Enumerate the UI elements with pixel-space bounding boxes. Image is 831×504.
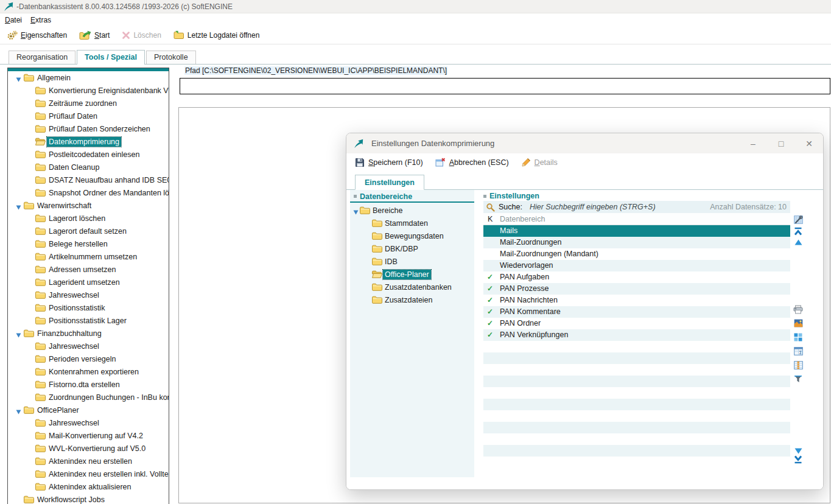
- table-row[interactable]: Mails: [483, 225, 790, 237]
- search-row[interactable]: Suche: Hier Suchbegriff eingeben (STRG+S…: [483, 201, 790, 213]
- dialog-button-abbrechen-esc-[interactable]: Abbrechen (ESC): [435, 158, 509, 167]
- table-row[interactable]: ✓PAN Aufgaben: [483, 271, 790, 283]
- chart-icon[interactable]: [793, 318, 803, 328]
- delete-x-icon: [122, 31, 130, 40]
- tree-item[interactable]: WVL-Konvertierung auf V5.0: [8, 442, 169, 455]
- tree-item[interactable]: Kontenrahmen exportieren: [8, 365, 169, 378]
- minimize-button[interactable]: –: [748, 139, 759, 149]
- column-table-icon[interactable]: [793, 360, 803, 370]
- tree-item[interactable]: Lagerort default setzen: [8, 225, 169, 237]
- datenbereich-tree-label: IDB: [383, 257, 399, 267]
- square-bullet-icon: [483, 195, 486, 198]
- dialog-button-speichern-f10-[interactable]: Speichern (F10): [355, 158, 423, 167]
- menu-item-extras[interactable]: Extras: [30, 16, 51, 24]
- expand-arrow-icon[interactable]: [16, 203, 21, 212]
- dialog-button-details[interactable]: Details: [521, 158, 558, 167]
- check-icon: ✓: [487, 273, 493, 281]
- tab-einstellungen[interactable]: Einstellungen: [355, 175, 424, 190]
- expand-arrow-icon[interactable]: [16, 408, 21, 416]
- folder-icon: [35, 99, 46, 109]
- tree-item[interactable]: Positionsstatistik Lager: [8, 314, 169, 327]
- datenbereich-tree-label: Stammdaten: [383, 219, 430, 228]
- tree-item[interactable]: Mail-Konvertierung auf V4.2: [8, 429, 169, 442]
- tree-item[interactable]: Konvertierung Ereignisdatenbank V59 -> V: [8, 84, 169, 97]
- toolbar-button-letzte-logdatei-ffnen[interactable]: Letzte Logdatei öffnen: [174, 30, 260, 40]
- tree-item[interactable]: Artikelnummern umsetzen: [8, 250, 169, 263]
- tree-item[interactable]: Fistorno.dta erstellen: [8, 378, 169, 391]
- datenbereich-tree-item[interactable]: DBK/DBP: [350, 242, 474, 255]
- dialog-body: Datenbereiche BereicheStammdatenBewegung…: [346, 190, 823, 490]
- table-row[interactable]: ✓PAN Nachrichten: [483, 295, 790, 306]
- table-row[interactable]: ✓PAN Prozesse: [483, 283, 790, 295]
- tree-item[interactable]: Aktenindex neu erstellen: [8, 455, 169, 467]
- filter-icon[interactable]: [793, 374, 803, 383]
- tree-item[interactable]: Lagerident umsetzen: [8, 276, 169, 289]
- datenbereich-tree-item[interactable]: Stammdaten: [350, 217, 474, 229]
- table-row[interactable]: Wiedervorlagen: [483, 260, 790, 271]
- scroll-top-icon[interactable]: [793, 226, 803, 236]
- tree-item[interactable]: Jahreswechsel: [8, 289, 169, 301]
- datenbereich-tree-item[interactable]: Bereiche: [350, 204, 474, 217]
- tree-item[interactable]: Aktenindex neu erstellen inkl. Volltext: [8, 467, 169, 480]
- maximize-button[interactable]: □: [776, 139, 787, 149]
- datenbereich-tree-item[interactable]: Zusatzdateien: [350, 293, 474, 306]
- tree-item[interactable]: Positionsstatistik: [8, 301, 169, 314]
- tree-item[interactable]: Warenwirtschaft: [8, 199, 169, 212]
- tree-item[interactable]: Zeiträume zuordnen: [8, 97, 169, 110]
- tab-protokolle[interactable]: Protokolle: [146, 51, 196, 64]
- pfad-input[interactable]: [180, 78, 830, 94]
- tree-item[interactable]: OfficePlaner: [8, 404, 169, 416]
- dialog-titlebar[interactable]: Einstellungen Datenkomprimierung –□✕: [346, 133, 823, 153]
- tree-item[interactable]: Belege herstellen: [8, 237, 169, 250]
- tree-item[interactable]: Datenkomprimierung: [8, 135, 169, 148]
- tab-reorganisation[interactable]: Reorganisation: [9, 51, 75, 64]
- toolbar-button-eigenschaften[interactable]: Eigenschaften: [7, 30, 67, 40]
- toolbar-button-start[interactable]: Start: [79, 30, 110, 40]
- datenbereich-tree-item[interactable]: Office-Planer: [350, 268, 474, 281]
- tree-item-label: Snapshot Ordner des Mandanten löschen: [47, 188, 169, 198]
- tree-item[interactable]: Finanzbuchhaltung: [8, 327, 169, 340]
- tree-item[interactable]: Snapshot Ordner des Mandanten löschen: [8, 186, 169, 199]
- scroll-bottom-icon[interactable]: [793, 455, 803, 464]
- table-row[interactable]: ✓PAN Verknüpfungen: [483, 329, 790, 341]
- expand-arrow-icon[interactable]: [353, 208, 359, 217]
- expand-arrow-icon[interactable]: [16, 331, 21, 340]
- folder-icon: [35, 150, 46, 160]
- up-icon[interactable]: [793, 237, 803, 247]
- tree-item[interactable]: Zuordnungen Buchungen - InBu korrigieren: [8, 391, 169, 404]
- tree-item[interactable]: Prüflauf Daten Sonderzeichen: [8, 122, 169, 135]
- table-settings-icon[interactable]: [793, 215, 803, 225]
- tree-item[interactable]: Adressen umsetzen: [8, 263, 169, 276]
- tree-item-label: Prüflauf Daten: [47, 111, 99, 121]
- list-header-row[interactable]: K Datenbereich: [483, 213, 790, 225]
- column-header-k: K: [488, 215, 493, 223]
- tree-item[interactable]: Aktenindex aktualisieren: [8, 480, 169, 493]
- tree-item[interactable]: Prüflauf Daten: [8, 110, 169, 122]
- datenbereich-tree-item[interactable]: IDB: [350, 255, 474, 268]
- table-row[interactable]: Mail-Zuordnungen: [483, 237, 790, 248]
- datenbereich-tree-item[interactable]: Zusatzdatenbanken: [350, 281, 474, 293]
- datenbereich-tree-item[interactable]: Bewegungsdaten: [350, 229, 474, 242]
- tree-item[interactable]: Perioden versiegeln: [8, 352, 169, 365]
- tiles-icon[interactable]: [793, 332, 803, 342]
- tree-item[interactable]: Postleitcodedaten einlesen: [8, 148, 169, 161]
- tree-item[interactable]: Daten Cleanup: [8, 161, 169, 173]
- tree-item-label: Warenwirtschaft: [35, 201, 93, 211]
- table-row[interactable]: Mail-Zuordnungen (Mandant): [483, 248, 790, 260]
- menu-item-datei[interactable]: Datei: [5, 16, 22, 24]
- tree-item[interactable]: Jahreswechsel: [8, 416, 169, 429]
- table-row[interactable]: ✓PAN Ordner: [483, 318, 790, 329]
- expand-arrow-icon[interactable]: [16, 75, 21, 84]
- tree-item[interactable]: Allgemein: [8, 71, 169, 84]
- printer-icon[interactable]: [793, 304, 803, 314]
- toolbar-button-l-schen[interactable]: Löschen: [122, 31, 161, 40]
- tree-item[interactable]: DSATZ Neuaufbau anhand IDB SE0218: [8, 173, 169, 186]
- tree-item[interactable]: Workflowscript Jobs: [8, 493, 169, 504]
- row-label: PAN Prozesse: [500, 284, 549, 293]
- tab-tools-spezial[interactable]: Tools / Spezial: [77, 50, 145, 65]
- close-button[interactable]: ✕: [804, 139, 815, 149]
- tree-item[interactable]: Jahreswechsel: [8, 340, 169, 352]
- sum-table-icon[interactable]: Σ: [793, 346, 803, 356]
- table-row[interactable]: ✓PAN Kommentare: [483, 306, 790, 318]
- tree-item[interactable]: Lagerort löschen: [8, 212, 169, 225]
